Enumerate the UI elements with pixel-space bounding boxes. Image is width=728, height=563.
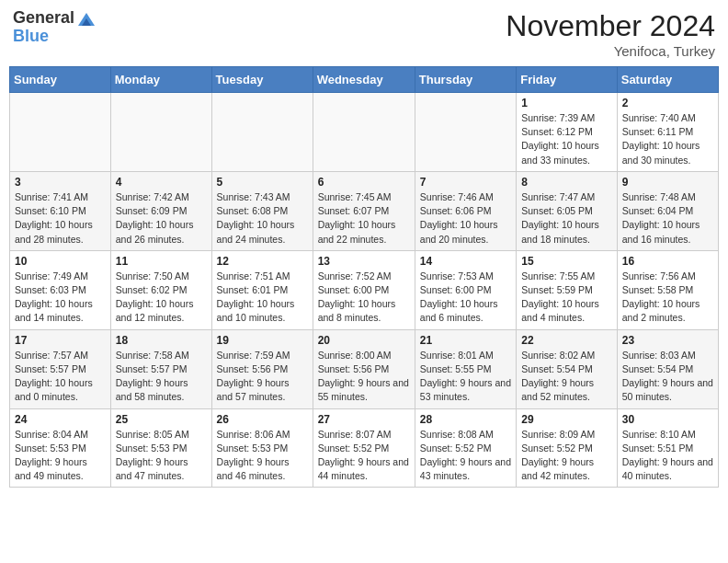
calendar-day-14: 14Sunrise: 7:53 AM Sunset: 6:00 PM Dayli… (415, 250, 516, 329)
calendar-day-8: 8Sunrise: 7:47 AM Sunset: 6:05 PM Daylig… (517, 171, 618, 250)
calendar-day-21: 21Sunrise: 8:01 AM Sunset: 5:55 PM Dayli… (415, 329, 516, 408)
day-number: 29 (521, 413, 612, 426)
day-number: 6 (318, 176, 410, 189)
calendar-day-13: 13Sunrise: 7:52 AM Sunset: 6:00 PM Dayli… (313, 250, 415, 329)
calendar-empty-cell (415, 93, 516, 172)
day-number: 11 (116, 255, 207, 268)
location-title: Yenifoca, Turkey (506, 43, 715, 59)
calendar-empty-cell (313, 93, 415, 172)
calendar-week-2: 3Sunrise: 7:41 AM Sunset: 6:10 PM Daylig… (10, 171, 719, 250)
calendar-table: SundayMondayTuesdayWednesdayThursdayFrid… (9, 66, 719, 488)
day-info: Sunrise: 7:49 AM Sunset: 6:03 PM Dayligh… (15, 270, 106, 326)
day-number: 5 (217, 176, 308, 189)
calendar-day-30: 30Sunrise: 8:10 AM Sunset: 5:51 PM Dayli… (617, 408, 718, 488)
day-info: Sunrise: 8:07 AM Sunset: 5:52 PM Dayligh… (318, 428, 410, 484)
day-number: 16 (622, 255, 713, 268)
calendar-day-28: 28Sunrise: 8:08 AM Sunset: 5:52 PM Dayli… (415, 408, 516, 488)
day-info: Sunrise: 7:59 AM Sunset: 5:56 PM Dayligh… (217, 349, 308, 405)
calendar-day-22: 22Sunrise: 8:02 AM Sunset: 5:54 PM Dayli… (517, 329, 618, 408)
column-header-thursday: Thursday (415, 67, 516, 93)
column-header-friday: Friday (517, 67, 618, 93)
calendar-day-29: 29Sunrise: 8:09 AM Sunset: 5:52 PM Dayli… (517, 408, 618, 488)
day-info: Sunrise: 8:02 AM Sunset: 5:54 PM Dayligh… (521, 349, 612, 405)
title-block: November 2024 Yenifoca, Turkey (506, 9, 715, 59)
day-number: 2 (622, 97, 713, 109)
day-info: Sunrise: 8:00 AM Sunset: 5:56 PM Dayligh… (318, 349, 410, 405)
day-info: Sunrise: 7:41 AM Sunset: 6:10 PM Dayligh… (15, 190, 106, 247)
day-number: 19 (217, 334, 308, 347)
day-number: 21 (420, 334, 511, 347)
column-header-sunday: Sunday (10, 67, 111, 93)
calendar-day-2: 2Sunrise: 7:40 AM Sunset: 6:11 PM Daylig… (617, 93, 718, 172)
day-info: Sunrise: 8:03 AM Sunset: 5:54 PM Dayligh… (622, 349, 713, 405)
day-info: Sunrise: 7:46 AM Sunset: 6:06 PM Dayligh… (420, 190, 511, 247)
day-number: 23 (622, 334, 713, 347)
calendar-day-24: 24Sunrise: 8:04 AM Sunset: 5:53 PM Dayli… (10, 408, 111, 488)
calendar-day-20: 20Sunrise: 8:00 AM Sunset: 5:56 PM Dayli… (313, 329, 415, 408)
day-info: Sunrise: 8:01 AM Sunset: 5:55 PM Dayligh… (420, 349, 511, 405)
calendar-day-10: 10Sunrise: 7:49 AM Sunset: 6:03 PM Dayli… (10, 250, 111, 329)
day-info: Sunrise: 7:57 AM Sunset: 5:57 PM Dayligh… (15, 349, 106, 405)
calendar-day-3: 3Sunrise: 7:41 AM Sunset: 6:10 PM Daylig… (10, 171, 111, 250)
calendar-day-18: 18Sunrise: 7:58 AM Sunset: 5:57 PM Dayli… (110, 329, 211, 408)
day-info: Sunrise: 7:55 AM Sunset: 5:59 PM Dayligh… (521, 270, 612, 326)
day-number: 1 (521, 97, 612, 109)
day-number: 9 (622, 176, 713, 189)
day-number: 20 (318, 334, 410, 347)
day-number: 28 (420, 413, 511, 426)
day-number: 3 (15, 176, 106, 189)
column-header-wednesday: Wednesday (313, 67, 415, 93)
calendar-day-12: 12Sunrise: 7:51 AM Sunset: 6:01 PM Dayli… (211, 250, 313, 329)
day-info: Sunrise: 7:52 AM Sunset: 6:00 PM Dayligh… (318, 270, 410, 326)
day-number: 13 (318, 255, 410, 268)
calendar-header-row: SundayMondayTuesdayWednesdayThursdayFrid… (10, 67, 719, 93)
day-info: Sunrise: 7:56 AM Sunset: 5:58 PM Dayligh… (622, 270, 713, 326)
day-number: 26 (217, 413, 308, 426)
day-info: Sunrise: 7:40 AM Sunset: 6:11 PM Dayligh… (622, 111, 713, 167)
day-info: Sunrise: 7:50 AM Sunset: 6:02 PM Dayligh… (116, 270, 207, 326)
day-number: 25 (116, 413, 207, 426)
day-info: Sunrise: 8:09 AM Sunset: 5:52 PM Dayligh… (521, 428, 612, 484)
day-info: Sunrise: 8:05 AM Sunset: 5:53 PM Dayligh… (116, 428, 207, 484)
day-info: Sunrise: 7:48 AM Sunset: 6:04 PM Dayligh… (622, 190, 713, 247)
calendar-day-27: 27Sunrise: 8:07 AM Sunset: 5:52 PM Dayli… (313, 408, 415, 488)
calendar-day-6: 6Sunrise: 7:45 AM Sunset: 6:07 PM Daylig… (313, 171, 415, 250)
calendar-day-11: 11Sunrise: 7:50 AM Sunset: 6:02 PM Dayli… (110, 250, 211, 329)
calendar-day-16: 16Sunrise: 7:56 AM Sunset: 5:58 PM Dayli… (617, 250, 718, 329)
day-info: Sunrise: 8:06 AM Sunset: 5:53 PM Dayligh… (217, 428, 308, 484)
day-number: 18 (116, 334, 207, 347)
page-header: General Blue November 2024 Yenifoca, Tur… (9, 9, 719, 59)
day-info: Sunrise: 7:42 AM Sunset: 6:09 PM Dayligh… (116, 190, 207, 247)
calendar-week-4: 17Sunrise: 7:57 AM Sunset: 5:57 PM Dayli… (10, 329, 719, 408)
column-header-monday: Monday (110, 67, 211, 93)
day-number: 27 (318, 413, 410, 426)
calendar-empty-cell (110, 93, 211, 172)
calendar-week-5: 24Sunrise: 8:04 AM Sunset: 5:53 PM Dayli… (10, 408, 719, 488)
calendar-day-1: 1Sunrise: 7:39 AM Sunset: 6:12 PM Daylig… (517, 93, 618, 172)
day-info: Sunrise: 7:47 AM Sunset: 6:05 PM Dayligh… (521, 190, 612, 247)
day-info: Sunrise: 8:10 AM Sunset: 5:51 PM Dayligh… (622, 428, 713, 484)
day-number: 15 (521, 255, 612, 268)
calendar-empty-cell (10, 93, 111, 172)
day-info: Sunrise: 7:45 AM Sunset: 6:07 PM Dayligh… (318, 190, 410, 247)
day-number: 14 (420, 255, 511, 268)
calendar-day-4: 4Sunrise: 7:42 AM Sunset: 6:09 PM Daylig… (110, 171, 211, 250)
calendar-day-23: 23Sunrise: 8:03 AM Sunset: 5:54 PM Dayli… (617, 329, 718, 408)
calendar-day-9: 9Sunrise: 7:48 AM Sunset: 6:04 PM Daylig… (617, 171, 718, 250)
day-info: Sunrise: 8:04 AM Sunset: 5:53 PM Dayligh… (15, 428, 106, 484)
calendar-day-26: 26Sunrise: 8:06 AM Sunset: 5:53 PM Dayli… (211, 408, 313, 488)
calendar-day-5: 5Sunrise: 7:43 AM Sunset: 6:08 PM Daylig… (211, 171, 313, 250)
month-title: November 2024 (506, 9, 715, 43)
day-number: 8 (521, 176, 612, 189)
day-number: 22 (521, 334, 612, 347)
day-info: Sunrise: 7:58 AM Sunset: 5:57 PM Dayligh… (116, 349, 207, 405)
calendar-week-1: 1Sunrise: 7:39 AM Sunset: 6:12 PM Daylig… (10, 93, 719, 172)
calendar-day-19: 19Sunrise: 7:59 AM Sunset: 5:56 PM Dayli… (211, 329, 313, 408)
day-info: Sunrise: 7:39 AM Sunset: 6:12 PM Dayligh… (521, 111, 612, 167)
day-number: 17 (15, 334, 106, 347)
day-number: 12 (217, 255, 308, 268)
day-info: Sunrise: 7:43 AM Sunset: 6:08 PM Dayligh… (217, 190, 308, 247)
logo: General Blue (13, 9, 97, 46)
day-info: Sunrise: 7:51 AM Sunset: 6:01 PM Dayligh… (217, 270, 308, 326)
calendar-empty-cell (211, 93, 313, 172)
